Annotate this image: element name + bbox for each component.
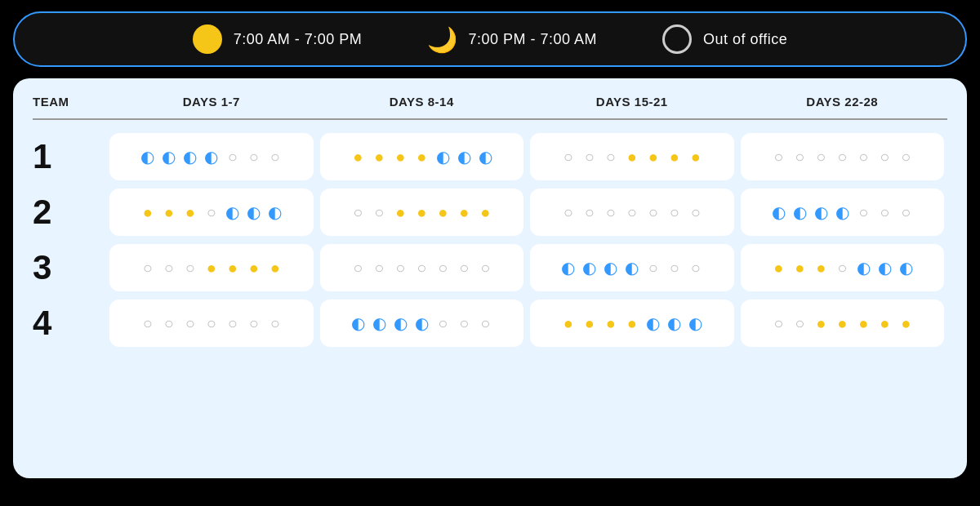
moon-shift: ◐ bbox=[391, 315, 409, 331]
days-15-21-cell: ○○○●●●● bbox=[530, 133, 734, 180]
off-shift: ○ bbox=[559, 149, 577, 165]
sun-shift: ● bbox=[812, 315, 830, 331]
col-days-8-14: DAYS 8-14 bbox=[317, 95, 528, 109]
off-shift: ○ bbox=[203, 204, 220, 220]
sun-icon bbox=[193, 24, 222, 54]
sun-shift: ● bbox=[139, 204, 157, 220]
off-shift: ○ bbox=[412, 260, 430, 276]
sun-shift: ● bbox=[812, 260, 830, 276]
table-header: TEAM DAYS 1-7 DAYS 8-14 DAYS 15-21 DAYS … bbox=[33, 95, 947, 120]
day-shift-label: 7:00 AM - 7:00 PM bbox=[234, 31, 363, 48]
table-row: 4 ○○○○○○○ ◐◐◐◐○○○ ●●●●◐◐◐ ○○●●●●● bbox=[33, 300, 947, 347]
moon-shift: ◐ bbox=[581, 260, 599, 276]
off-shift: ○ bbox=[139, 315, 157, 331]
moon-shift: ◐ bbox=[160, 149, 178, 165]
days-15-21-cell: ○○○○○○○ bbox=[530, 189, 734, 236]
days-8-14-cell: ◐◐◐◐○○○ bbox=[320, 300, 524, 347]
off-shift: ○ bbox=[160, 315, 178, 331]
off-shift: ○ bbox=[455, 315, 473, 331]
sun-shift: ● bbox=[203, 260, 220, 276]
sun-shift: ● bbox=[791, 260, 808, 276]
sun-shift: ● bbox=[349, 149, 367, 165]
sun-shift: ● bbox=[687, 149, 705, 165]
col-days-1-7: DAYS 1-7 bbox=[106, 95, 317, 109]
sun-shift: ● bbox=[854, 315, 872, 331]
moon-shift: ◐ bbox=[559, 260, 577, 276]
off-shift: ○ bbox=[769, 149, 787, 165]
sun-shift: ● bbox=[391, 149, 409, 165]
sun-shift: ● bbox=[623, 315, 641, 331]
off-shift: ○ bbox=[349, 204, 367, 220]
sun-shift: ● bbox=[160, 204, 178, 220]
off-shift: ○ bbox=[897, 204, 915, 220]
moon-shift: ◐ bbox=[812, 204, 830, 220]
moon-shift: ◐ bbox=[224, 204, 242, 220]
off-shift: ○ bbox=[687, 204, 705, 220]
sun-shift: ● bbox=[434, 204, 452, 220]
moon-icon: 🌙 bbox=[427, 24, 457, 54]
off-shift: ○ bbox=[245, 149, 263, 165]
off-shift: ○ bbox=[769, 315, 787, 331]
off-shift: ○ bbox=[791, 149, 808, 165]
moon-shift: ◐ bbox=[666, 315, 684, 331]
table-row: 1 ◐◐◐◐○○○ ●●●●◐◐◐ ○○○●●●● ○○○○○○○ bbox=[33, 133, 947, 180]
days-1-7-cell: ○○○●●●● bbox=[109, 244, 314, 291]
days-15-21-cell: ◐◐◐◐○○○ bbox=[530, 244, 734, 291]
team-number: 4 bbox=[33, 304, 106, 343]
days-22-28-cell: ◐◐◐◐○○○ bbox=[741, 189, 945, 236]
moon-shift: ◐ bbox=[203, 149, 220, 165]
moon-shift: ◐ bbox=[897, 260, 915, 276]
schedule-rows: 1 ◐◐◐◐○○○ ●●●●◐◐◐ ○○○●●●● ○○○○○○○ 2 ●●●○… bbox=[33, 133, 947, 347]
sun-shift: ● bbox=[412, 204, 430, 220]
day-shift-legend: 7:00 AM - 7:00 PM bbox=[160, 24, 395, 54]
team-number: 1 bbox=[33, 137, 106, 176]
off-shift: ○ bbox=[391, 260, 409, 276]
off-shift: ○ bbox=[370, 260, 388, 276]
off-shift: ○ bbox=[812, 149, 830, 165]
off-shift: ○ bbox=[854, 149, 872, 165]
moon-shift: ◐ bbox=[833, 204, 851, 220]
moon-shift: ◐ bbox=[875, 260, 893, 276]
off-shift: ○ bbox=[203, 315, 220, 331]
sun-shift: ● bbox=[623, 149, 641, 165]
moon-shift: ◐ bbox=[854, 260, 872, 276]
col-team: TEAM bbox=[33, 95, 106, 109]
days-8-14-cell: ○○○○○○○ bbox=[320, 244, 524, 291]
off-shift: ○ bbox=[476, 315, 494, 331]
off-shift: ○ bbox=[266, 315, 284, 331]
off-shift: ○ bbox=[160, 260, 178, 276]
off-shift: ○ bbox=[224, 315, 242, 331]
sun-shift: ● bbox=[245, 260, 263, 276]
col-days-15-21: DAYS 15-21 bbox=[527, 95, 737, 109]
out-of-office-legend: Out of office bbox=[630, 24, 820, 54]
off-shift: ○ bbox=[434, 315, 452, 331]
night-shift-legend: 🌙 7:00 PM - 7:00 AM bbox=[394, 24, 630, 54]
off-shift: ○ bbox=[602, 204, 620, 220]
moon-shift: ◐ bbox=[370, 315, 388, 331]
sun-shift: ● bbox=[833, 315, 851, 331]
off-shift: ○ bbox=[854, 204, 872, 220]
sun-shift: ● bbox=[476, 204, 494, 220]
days-15-21-cell: ●●●●◐◐◐ bbox=[530, 300, 734, 347]
off-shift: ○ bbox=[644, 204, 662, 220]
off-shift: ○ bbox=[476, 260, 494, 276]
off-shift: ○ bbox=[455, 260, 473, 276]
moon-shift: ◐ bbox=[181, 149, 199, 165]
off-shift: ○ bbox=[581, 149, 599, 165]
off-shift: ○ bbox=[602, 149, 620, 165]
sun-shift: ● bbox=[602, 315, 620, 331]
sun-shift: ● bbox=[581, 315, 599, 331]
moon-shift: ◐ bbox=[791, 204, 808, 220]
table-row: 2 ●●●○◐◐◐ ○○●●●●● ○○○○○○○ ◐◐◐◐○○○ bbox=[33, 189, 947, 236]
days-8-14-cell: ○○●●●●● bbox=[320, 189, 524, 236]
off-shift: ○ bbox=[833, 260, 851, 276]
off-shift: ○ bbox=[181, 315, 199, 331]
moon-shift: ◐ bbox=[349, 315, 367, 331]
sun-shift: ● bbox=[181, 204, 199, 220]
off-shift: ○ bbox=[875, 149, 893, 165]
moon-shift: ◐ bbox=[455, 149, 473, 165]
off-shift: ○ bbox=[644, 260, 662, 276]
off-shift: ○ bbox=[559, 204, 577, 220]
moon-shift: ◐ bbox=[266, 204, 284, 220]
moon-shift: ◐ bbox=[644, 315, 662, 331]
